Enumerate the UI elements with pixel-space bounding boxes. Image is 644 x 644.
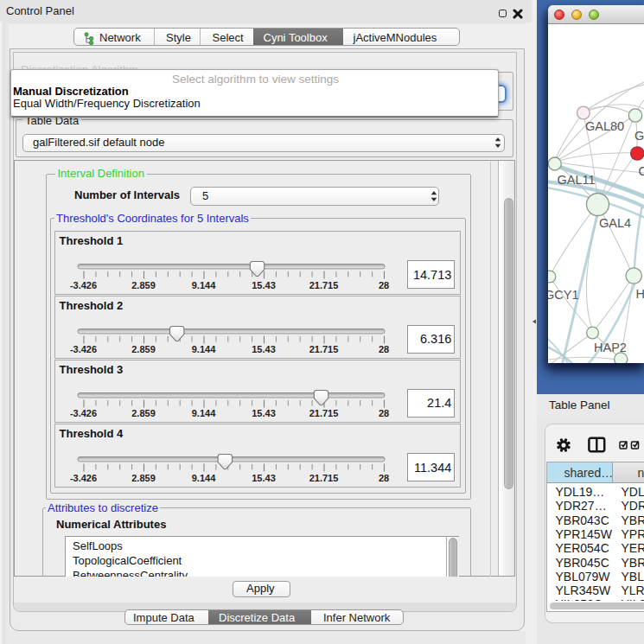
svg-text:GAL80: GAL80 [585, 119, 624, 133]
svg-text:HAP2: HAP2 [594, 341, 627, 354]
svg-text:G.: G. [634, 129, 644, 143]
svg-text:H: H [635, 287, 644, 301]
svg-text:C: C [638, 164, 644, 178]
svg-text:GAL11: GAL11 [557, 173, 595, 187]
svg-text:GCY1: GCY1 [548, 288, 579, 302]
svg-text:GAL4: GAL4 [599, 216, 631, 230]
